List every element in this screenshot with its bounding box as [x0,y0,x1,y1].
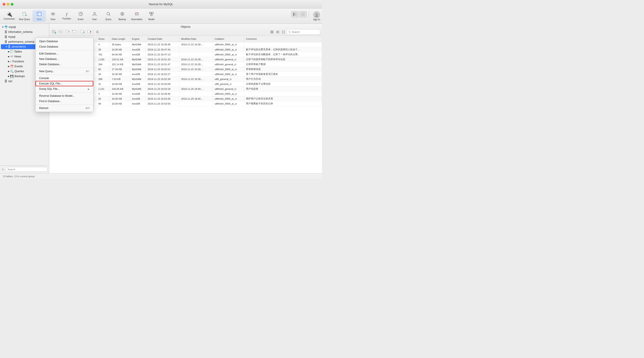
col-created-date[interactable]: Created Date [146,36,179,42]
import-button[interactable] [80,29,86,35]
sidebar-search-input[interactable] [5,167,48,172]
view-split-button[interactable] [300,11,306,17]
serverdemo-label: serverdemo [12,45,26,48]
export-button[interactable] [86,29,92,35]
toolbar-model[interactable]: Model [145,10,158,22]
table-cell: 1,221 [96,86,110,91]
ctx-reverse-db[interactable]: Reverse Database to Model... [36,93,93,98]
ctx-open-database[interactable]: Open Database [36,39,93,44]
svg-rect-60 [272,32,273,33]
svg-rect-58 [272,31,273,32]
table-cell: 维护用户之前关注的关系 [244,96,322,101]
svg-rect-44 [59,30,62,33]
titlebar: Navicat for MySQL [0,0,322,8]
svg-rect-25 [150,14,152,16]
table-cell: 2019-11-22 16:28:46 [146,91,179,96]
col-modified-date[interactable]: Modified Date [179,36,213,42]
svg-line-71 [290,32,291,33]
ctx-new-database[interactable]: New Database... [36,56,93,62]
table-cell: 3 [96,91,110,96]
queries-label: Queries [14,70,24,73]
toolbar-view[interactable]: View [46,10,60,22]
toolbar-table[interactable]: Table [32,10,46,22]
table-cell [179,72,213,77]
tables-expand: ▶ [8,50,10,53]
sidebar-item-mysql[interactable]: ▼ 🐬 mysql [0,24,49,29]
table-cell [179,47,213,52]
toolbar-backup[interactable]: Backup [116,10,129,22]
toolbar-automation[interactable]: ✓ Automation [130,10,144,22]
close-button[interactable] [3,3,5,5]
ctx-find-in-db[interactable]: Find in Database... [36,98,93,104]
table-cell: 2019-11-23 16:51:33 [146,57,179,62]
context-menu: Open Database Close Database Edit Databa… [35,37,94,112]
ctx-delete-database[interactable]: Delete Database... [36,62,93,67]
table-cell: InnoDB [130,72,146,77]
svg-rect-29 [294,13,297,16]
refresh-button[interactable] [94,29,100,35]
list-view-button[interactable] [275,29,280,35]
toolbar-query[interactable]: Query [102,10,115,22]
view-sidebar-button[interactable] [291,11,298,17]
detail-view-button[interactable] [281,29,286,35]
table-cell: 40 [96,101,110,106]
toolbar-user[interactable]: User [88,10,101,22]
svg-line-12 [81,14,82,14]
sidebar-item-information-schema[interactable]: 🗄 information_schema [0,29,49,34]
toolbar-function[interactable]: ƒ Function [60,11,74,21]
ctx-execute-sql[interactable]: Execute SQL File... [36,81,93,86]
col-comment[interactable]: Comment [244,36,322,42]
views-label: Views [14,55,21,58]
ctx-console[interactable]: Console [36,75,93,81]
serverdemo-expand-triangle: ▼ [5,45,8,48]
toolbar-separator [309,11,309,17]
table-cell: 2019-11-23 16:52:39 [146,77,179,81]
table-cell: 36 bytes [110,42,130,47]
col-collation[interactable]: Collation [213,36,244,42]
col-engine[interactable]: Engine [130,36,146,42]
sys-label: sys [8,79,12,83]
settings-icon[interactable] [1,168,4,171]
table-cell: 用户信息表 [244,86,322,91]
grid-view-button[interactable] [269,29,274,35]
table-cell: 某个用户对该标签是否已喜欢 [244,72,322,77]
sign-in-button[interactable]: Sign In [313,11,320,21]
events-label: Events [14,65,23,68]
ctx-edit-database[interactable]: Edit Database... [36,51,93,56]
views-icon [10,55,13,58]
maximize-button[interactable] [11,3,14,5]
backups-label: Backups [14,75,25,78]
ctx-new-query[interactable]: New Query... ⌘Y [36,69,93,74]
table-cell: InnoDB [130,81,146,86]
col-data-length[interactable]: Data Length [110,36,130,42]
minimize-button[interactable] [7,3,10,5]
table-cell: 16.00 KB [110,101,130,106]
table-cell: InnoDB [130,96,146,101]
ctx-refresh[interactable]: Refresh ⌘R [36,105,93,111]
ctx-close-database[interactable]: Close Database [36,44,93,49]
toolbar-connection[interactable]: 🔌 Connection [2,10,17,21]
toolbar-separator-1 [78,30,78,34]
toolbar-event[interactable]: Event [74,10,88,22]
edit-table-button[interactable] [58,29,64,35]
svg-rect-57 [270,31,272,32]
table-cell: 用户行为互动 [244,77,322,81]
backups-icon: 💾 [10,75,14,78]
add-table-button[interactable]: + [51,29,57,35]
delete-table-button[interactable] [64,29,71,35]
backup-label: Backup [118,18,126,20]
table-cell: 用户观看贴子的历史记录 [244,101,322,106]
search-input[interactable] [292,31,319,33]
svg-point-37 [12,56,12,56]
new-query-label: New Query [19,18,30,20]
toolbar-new-query[interactable]: + New Query [17,10,32,22]
toolbar: 🔌 Connection + New Query Table [0,8,322,24]
ctx-dump-sql[interactable]: Dump SQL File... ▶ [36,86,93,92]
col-rows[interactable]: Rows [96,36,110,42]
table-cell: 31 [96,81,110,86]
functions-expand: ▶ [8,60,10,62]
toolbar-view-controls: Sign In [291,11,320,21]
table-cell: 16.00 KB [110,72,130,77]
ctx-close-database-label: Close Database [39,45,58,48]
open-table-button[interactable] [71,29,77,35]
